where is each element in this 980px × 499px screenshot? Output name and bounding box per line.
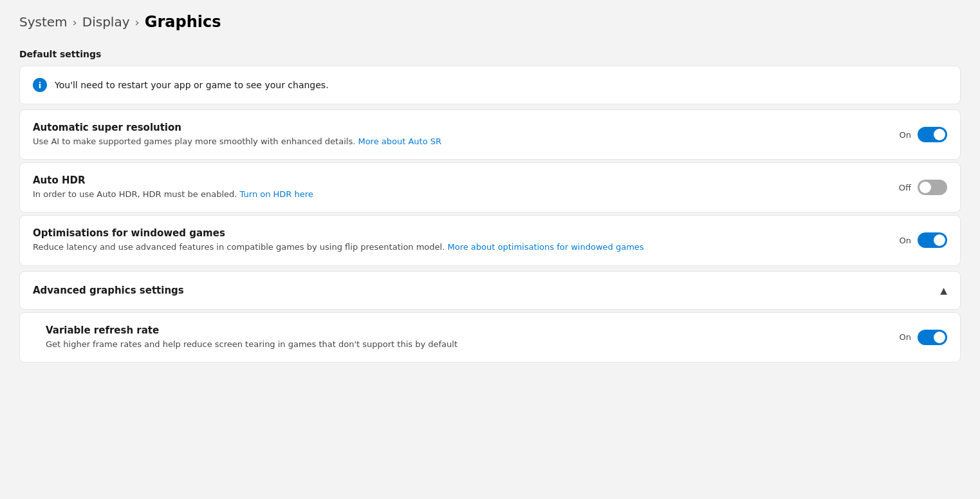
variable-refresh-rate-toggle-wrapper: On [900, 330, 947, 345]
variable-refresh-rate-content: Variable refresh rate Get higher frame r… [46, 325, 887, 350]
variable-refresh-rate-toggle-thumb [934, 332, 945, 343]
auto-hdr-toggle-label: Off [899, 183, 911, 193]
auto-super-resolution-toggle-label: On [900, 130, 911, 140]
optimisations-windowed-toggle-label: On [900, 236, 911, 245]
auto-super-resolution-toggle-wrapper: On [900, 127, 947, 142]
optimisations-windowed-desc: Reduce latency and use advanced features… [33, 241, 887, 253]
optimisations-windowed-toggle-wrapper: On [900, 232, 947, 248]
optimisations-windowed-toggle-thumb [934, 234, 945, 246]
auto-hdr-content: Auto HDR In order to use Auto HDR, HDR m… [33, 174, 886, 200]
advanced-settings-title: Advanced graphics settings [33, 285, 184, 296]
auto-sr-link[interactable]: More about Auto SR [358, 137, 441, 146]
default-settings-title: Default settings [19, 49, 961, 59]
hdr-link[interactable]: Turn on HDR here [240, 189, 313, 199]
variable-refresh-rate-card: Variable refresh rate Get higher frame r… [19, 312, 961, 362]
auto-hdr-toggle-wrapper: Off [899, 180, 947, 195]
auto-super-resolution-content: Automatic super resolution Use AI to mak… [33, 122, 887, 147]
breadcrumb-sep-1: › [73, 15, 77, 29]
auto-super-resolution-card: Automatic super resolution Use AI to mak… [19, 109, 961, 160]
advanced-settings-header[interactable]: Advanced graphics settings ▲ [20, 272, 960, 309]
breadcrumb-graphics: Graphics [145, 13, 221, 31]
breadcrumb-display[interactable]: Display [82, 14, 130, 30]
advanced-settings-card: Advanced graphics settings ▲ [19, 271, 961, 310]
optimisations-windowed-toggle[interactable] [918, 232, 947, 248]
auto-hdr-toggle-thumb [920, 182, 931, 193]
optimisations-windowed-card: Optimisations for windowed games Reduce … [19, 215, 961, 265]
auto-hdr-title: Auto HDR [33, 174, 886, 186]
variable-refresh-rate-toggle[interactable] [918, 330, 947, 345]
variable-refresh-rate-toggle-label: On [900, 332, 911, 342]
auto-super-resolution-toggle-thumb [934, 129, 945, 140]
variable-refresh-rate-title: Variable refresh rate [46, 325, 887, 336]
auto-super-resolution-toggle[interactable] [918, 127, 947, 142]
auto-super-resolution-desc: Use AI to make supported games play more… [33, 136, 887, 147]
auto-hdr-card: Auto HDR In order to use Auto HDR, HDR m… [19, 162, 961, 212]
info-text: You'll need to restart your app or game … [55, 80, 329, 90]
optimisations-windowed-title: Optimisations for windowed games [33, 227, 887, 239]
breadcrumb-system[interactable]: System [19, 14, 68, 30]
auto-super-resolution-title: Automatic super resolution [33, 122, 887, 133]
breadcrumb-sep-2: › [135, 15, 140, 29]
info-card: i You'll need to restart your app or gam… [19, 66, 961, 104]
optimisations-link[interactable]: More about optimisations for windowed ga… [447, 242, 643, 252]
breadcrumb: System › Display › Graphics [19, 13, 961, 31]
auto-hdr-toggle[interactable] [918, 180, 947, 195]
info-icon: i [33, 78, 47, 92]
auto-hdr-desc: In order to use Auto HDR, HDR must be en… [33, 189, 886, 200]
variable-refresh-rate-desc: Get higher frame rates and help reduce s… [46, 339, 887, 350]
optimisations-windowed-content: Optimisations for windowed games Reduce … [33, 227, 887, 253]
chevron-up-icon: ▲ [940, 285, 947, 296]
